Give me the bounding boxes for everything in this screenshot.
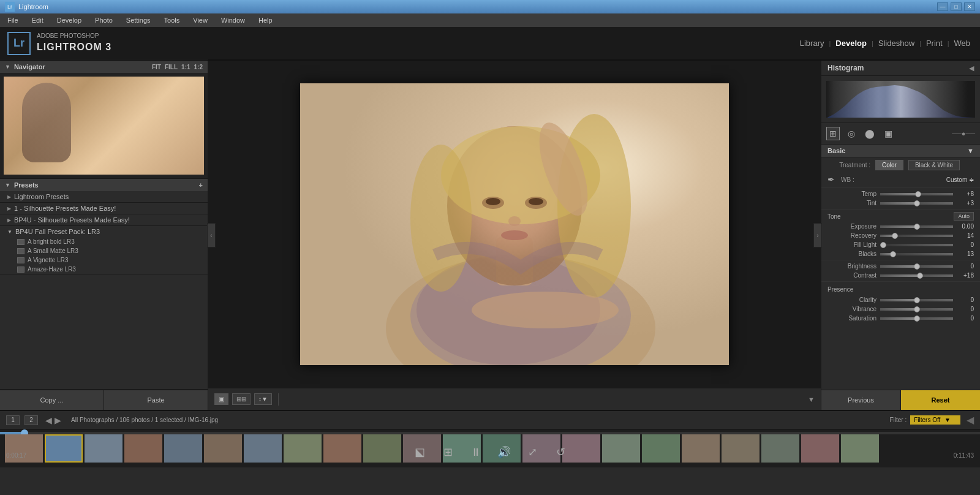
menu-tools[interactable]: Tools <box>162 15 183 25</box>
tool-redeye[interactable]: ⬤ <box>863 127 876 140</box>
preset-group-lr-header[interactable]: ▶ Lightroom Presets <box>0 191 208 202</box>
film-thumb-3[interactable] <box>85 434 123 463</box>
toolbar-sort-btn[interactable]: ↕▼ <box>254 393 272 405</box>
film-thumb-19[interactable] <box>722 434 760 463</box>
film-thumb-9[interactable] <box>323 434 361 463</box>
eyedropper-icon[interactable]: ✒ <box>827 175 835 184</box>
nav-develop[interactable]: Develop <box>835 39 867 48</box>
saturation-slider-track[interactable] <box>880 317 953 320</box>
recovery-slider-thumb[interactable] <box>892 233 898 239</box>
nav-fit[interactable]: FIT <box>152 64 161 70</box>
auto-button[interactable]: Auto <box>954 212 974 221</box>
nav-ratio1[interactable]: 1:1 <box>181 64 190 70</box>
close-button[interactable]: ✕ <box>964 2 975 11</box>
film-thumb-10[interactable] <box>363 434 401 463</box>
nav-preview-image[interactable] <box>4 77 204 175</box>
nav-library[interactable]: Library <box>800 39 824 48</box>
copy-button[interactable]: Copy ... <box>0 390 104 410</box>
film-thumb-16[interactable] <box>602 434 640 463</box>
fill-light-slider-thumb[interactable] <box>880 242 886 248</box>
preset-item-0[interactable]: A bright bold LR3 <box>12 237 208 246</box>
maximize-button[interactable]: □ <box>951 2 962 11</box>
menu-view[interactable]: View <box>190 15 210 25</box>
preset-group-sil1-header[interactable]: ▶ 1 - Silhouette Presets Made Easy! <box>0 203 208 214</box>
presets-add-button[interactable]: + <box>199 181 203 189</box>
film-thumb-7[interactable] <box>244 434 282 463</box>
blacks-slider-track[interactable] <box>880 253 953 255</box>
filmstrip-forward-arrow[interactable]: ▶ <box>55 415 61 425</box>
nav-fill[interactable]: FILL <box>165 64 178 70</box>
vibrance-slider-track[interactable] <box>880 308 953 311</box>
navigator-header[interactable]: ▼ Navigator FIT FILL 1:1 1:2 <box>0 61 208 73</box>
minimize-button[interactable]: — <box>937 2 948 11</box>
refresh-icon[interactable]: ↺ <box>551 443 570 461</box>
photo-area[interactable] <box>208 61 821 388</box>
basic-panel-header[interactable]: Basic ▼ <box>821 145 980 157</box>
fill-light-slider-track[interactable] <box>880 244 953 246</box>
preset-item-1[interactable]: A Small Matte LR3 <box>12 246 208 255</box>
tool-graduated[interactable]: ▣ <box>881 127 895 140</box>
recovery-slider-track[interactable] <box>880 235 953 237</box>
filmstrip-back-arrow[interactable]: ◀ <box>45 415 52 425</box>
menu-window[interactable]: Window <box>219 15 247 25</box>
page-2-badge[interactable]: 2 <box>24 415 38 425</box>
vibrance-slider-thumb[interactable] <box>914 306 920 312</box>
color-button[interactable]: Color <box>875 160 903 170</box>
menu-edit[interactable]: Edit <box>29 15 46 25</box>
film-thumb-5[interactable] <box>164 434 202 463</box>
paste-button[interactable]: Paste <box>104 390 208 410</box>
film-thumb-18[interactable] <box>682 434 720 463</box>
presets-header[interactable]: ▼ Presets + <box>0 179 208 191</box>
tool-crop[interactable]: ⊞ <box>826 127 840 140</box>
clarity-slider-track[interactable] <box>880 299 953 301</box>
contrast-slider-track[interactable] <box>880 274 953 277</box>
film-thumb-8[interactable] <box>284 434 322 463</box>
page-1-badge[interactable]: 1 <box>6 415 20 425</box>
saturation-slider-thumb[interactable] <box>914 316 920 322</box>
menu-file[interactable]: File <box>5 15 21 25</box>
menu-settings[interactable]: Settings <box>124 15 153 25</box>
fullscreen-icon[interactable]: ⤢ <box>523 443 541 461</box>
right-collapse-button[interactable]: › <box>813 223 822 248</box>
preset-item-3[interactable]: Amaze-Haze LR3 <box>12 265 208 274</box>
film-thumb-4[interactable] <box>124 434 162 463</box>
film-thumb-20[interactable] <box>761 434 799 463</box>
film-thumb-2[interactable] <box>45 434 83 463</box>
import-icon[interactable]: ⬕ <box>410 443 429 461</box>
film-thumb-17[interactable] <box>642 434 680 463</box>
volume-icon[interactable]: 🔊 <box>495 443 513 461</box>
exposure-slider-thumb[interactable] <box>914 224 920 230</box>
toolbar-view-btn[interactable]: ▣ <box>214 393 228 405</box>
toolbar-grid-btn[interactable]: ⊞⊞ <box>232 393 251 405</box>
brightness-slider-thumb[interactable] <box>914 263 920 270</box>
pause-button[interactable]: ⏸ <box>467 443 485 461</box>
bw-button[interactable]: Black & White <box>908 160 960 170</box>
exposure-slider-track[interactable] <box>880 225 953 228</box>
toolbar-expand-btn[interactable]: ▼ <box>808 396 815 403</box>
tone-curve-slider[interactable]: ──●── <box>952 130 975 137</box>
nav-ratio2[interactable]: 1:2 <box>194 64 203 70</box>
tint-slider-thumb[interactable] <box>914 200 920 206</box>
filmstrip-collapse[interactable]: ◀ <box>967 414 974 426</box>
temp-slider-track[interactable] <box>880 193 953 195</box>
grid-view-icon[interactable]: ⊞ <box>439 443 457 461</box>
left-collapse-button[interactable]: ‹ <box>207 223 216 248</box>
contrast-slider-thumb[interactable] <box>917 273 923 279</box>
menu-photo[interactable]: Photo <box>92 15 115 25</box>
menu-develop[interactable]: Develop <box>55 15 84 25</box>
film-thumb-22[interactable] <box>841 434 879 463</box>
blacks-slider-thumb[interactable] <box>890 251 896 257</box>
preset-item-2[interactable]: A Vignette LR3 <box>12 255 208 265</box>
nav-print[interactable]: Print <box>926 39 943 48</box>
reset-button[interactable]: Reset <box>901 390 980 410</box>
nav-slideshow[interactable]: Slideshow <box>878 39 914 48</box>
histogram-collapse-icon[interactable]: ◀ <box>969 64 974 72</box>
wb-value[interactable]: Custom ≑ <box>946 176 974 183</box>
tool-spot[interactable]: ◎ <box>845 127 858 140</box>
preset-group-bp4u-header[interactable]: ▼ BP4U Fall Preset Pack: LR3 <box>0 226 208 237</box>
film-thumb-21[interactable] <box>801 434 839 463</box>
brightness-slider-track[interactable] <box>880 265 953 268</box>
menu-help[interactable]: Help <box>256 15 275 25</box>
preset-group-sil2-header[interactable]: ▶ BP4U - Silhouette Presets Made Easy! <box>0 214 208 225</box>
nav-web[interactable]: Web <box>954 39 971 48</box>
